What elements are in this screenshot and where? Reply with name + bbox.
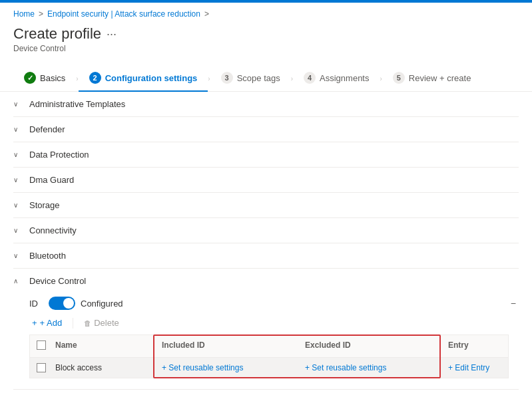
section-connectivity-label: Connectivity xyxy=(29,225,77,235)
configured-label: Configured xyxy=(81,299,123,309)
chevron-connectivity: ∨ xyxy=(13,227,27,234)
tab-scope[interactable]: 3 Scope tags xyxy=(210,67,291,92)
page-options-button[interactable]: ··· xyxy=(107,27,117,41)
collapse-button[interactable]: − xyxy=(508,297,519,310)
section-data-protection-label: Data Protection xyxy=(29,150,89,160)
wizard-tabs: ✓ Basics › 2 Configuration settings › 3 … xyxy=(0,61,532,92)
tab-basics-circle: ✓ xyxy=(24,72,36,84)
toggle-knob xyxy=(63,298,74,309)
row-included-id-cell: + Set reusable settings xyxy=(155,358,298,378)
tab-config-circle: 2 xyxy=(89,72,101,84)
toggle-container: Configured xyxy=(49,297,123,310)
breadcrumb-sep2: > xyxy=(204,9,209,19)
page-title: Create profile xyxy=(13,25,101,43)
col-header-name: Name xyxy=(49,335,155,357)
section-device-control: ∧ Device Control ID Configured − + xyxy=(13,269,519,390)
section-admin-templates-label: Administrative Templates xyxy=(29,99,125,109)
section-storage[interactable]: ∨ Storage xyxy=(13,193,519,218)
tab-assignments-circle: 4 xyxy=(304,72,316,84)
section-connectivity[interactable]: ∨ Connectivity xyxy=(13,218,519,243)
set-reusable-excluded-button[interactable]: + Set reusable settings xyxy=(305,363,386,372)
data-table: Name Included ID Excluded ID Entry Block… xyxy=(29,335,509,378)
chevron-device-control: ∧ xyxy=(13,277,27,285)
configured-toggle[interactable] xyxy=(49,297,75,310)
page-header: Create profile ··· Device Control xyxy=(0,23,532,61)
table-container: Name Included ID Excluded ID Entry Block… xyxy=(29,335,509,378)
page-subtitle: Device Control xyxy=(13,44,519,53)
chevron-admin-templates: ∨ xyxy=(13,100,27,108)
toolbar-separator xyxy=(73,318,73,329)
delete-button[interactable]: 🗑 Delete xyxy=(81,317,122,329)
section-data-protection[interactable]: ∨ Data Protection xyxy=(13,142,519,168)
section-defender-label: Defender xyxy=(29,124,65,134)
chevron-dma-guard: ∨ xyxy=(13,176,27,184)
tab-assignments-label: Assignments xyxy=(320,73,369,83)
section-storage-label: Storage xyxy=(29,200,60,210)
section-device-control-label: Device Control xyxy=(29,276,86,286)
tab-scope-label: Scope tags xyxy=(237,73,280,83)
section-dma-guard-label: Dma Guard xyxy=(29,175,74,185)
table-row: Block access + Set reusable settings + S… xyxy=(30,358,508,378)
row-checkbox-cell xyxy=(30,358,49,378)
chevron-storage: ∨ xyxy=(13,202,27,209)
chevron-data-protection: ∨ xyxy=(13,151,27,158)
section-admin-templates[interactable]: ∨ Administrative Templates xyxy=(13,92,519,117)
table-header: Name Included ID Excluded ID Entry xyxy=(30,335,508,358)
tab-config-label: Configuration settings xyxy=(105,73,198,83)
row-entry-cell: + Edit Entry xyxy=(441,358,508,378)
section-defender[interactable]: ∨ Defender xyxy=(13,117,519,142)
section-bluetooth[interactable]: ∨ Bluetooth xyxy=(13,243,519,269)
set-reusable-included-button[interactable]: + Set reusable settings xyxy=(162,363,243,372)
breadcrumb-sep1: > xyxy=(39,9,43,19)
header-checkbox[interactable] xyxy=(37,340,46,350)
breadcrumb-home[interactable]: Home xyxy=(13,9,35,19)
tab-review-label: Review + create xyxy=(409,73,471,83)
id-label: ID xyxy=(29,299,38,309)
tab-config[interactable]: 2 Configuration settings xyxy=(79,67,208,92)
edit-entry-button[interactable]: + Edit Entry xyxy=(448,363,489,372)
chevron-bluetooth: ∨ xyxy=(13,252,27,259)
chevron-defender: ∨ xyxy=(13,126,27,133)
col-header-checkbox xyxy=(30,335,49,357)
tab-basics[interactable]: ✓ Basics xyxy=(13,67,76,92)
device-control-body: ID Configured − + + Add 🗑 xyxy=(13,291,519,389)
tab-scope-circle: 3 xyxy=(221,72,233,84)
tab-basics-label: Basics xyxy=(40,73,65,83)
plus-icon: + xyxy=(32,318,37,328)
tab-assignments[interactable]: 4 Assignments xyxy=(293,67,380,92)
section-dma-guard[interactable]: ∨ Dma Guard xyxy=(13,168,519,193)
section-bluetooth-label: Bluetooth xyxy=(29,251,66,261)
trash-icon: 🗑 xyxy=(84,319,91,327)
row-checkbox[interactable] xyxy=(37,363,46,372)
row-name: Block access xyxy=(55,363,102,372)
col-header-excluded-id: Excluded ID xyxy=(298,335,441,357)
toolbar: + + Add 🗑 Delete xyxy=(29,317,519,329)
add-button[interactable]: + + Add xyxy=(29,317,65,329)
row-name-cell: Block access xyxy=(49,358,155,378)
section-device-control-header[interactable]: ∧ Device Control xyxy=(13,269,519,291)
col-header-included-id: Included ID xyxy=(155,335,298,357)
tab-review-circle: 5 xyxy=(393,72,405,84)
breadcrumb: Home > Endpoint security | Attack surfac… xyxy=(0,3,532,23)
col-header-entry: Entry xyxy=(441,335,508,357)
breadcrumb-section[interactable]: Endpoint security | Attack surface reduc… xyxy=(47,9,200,19)
tab-review[interactable]: 5 Review + create xyxy=(382,67,482,92)
add-label: + Add xyxy=(40,318,63,328)
delete-label: Delete xyxy=(94,318,119,328)
id-row: ID Configured − xyxy=(29,297,519,310)
row-excluded-id-cell: + Set reusable settings xyxy=(298,358,441,378)
content-area: ∨ Administrative Templates ∨ Defender ∨ … xyxy=(0,92,532,390)
